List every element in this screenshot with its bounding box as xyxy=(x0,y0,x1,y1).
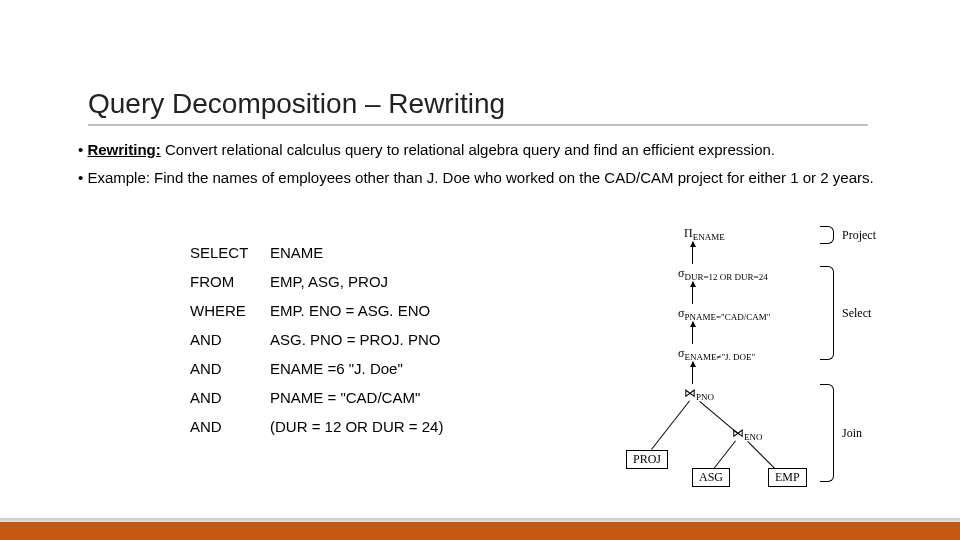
label-join: Join xyxy=(842,426,862,441)
label-select: Select xyxy=(842,306,871,321)
slide-title: Query Decomposition – Rewriting xyxy=(88,88,868,126)
brace-icon xyxy=(820,266,834,360)
sigma-node-3: σENAME≠"J. DOE" xyxy=(678,346,755,362)
sql-query-table: SELECTENAME FROMEMP, ASG, PROJ WHEREEMP.… xyxy=(190,238,457,441)
leaf-emp: EMP xyxy=(768,468,807,487)
sql-row: FROMEMP, ASG, PROJ xyxy=(190,267,457,296)
pi-sub: ENAME xyxy=(693,232,725,242)
sql-value: (DUR = 12 OR DUR = 24) xyxy=(270,412,457,441)
sql-keyword: SELECT xyxy=(190,238,270,267)
sql-keyword: AND xyxy=(190,325,270,354)
join-icon: ⋈ xyxy=(732,426,744,440)
arrow-icon xyxy=(692,282,693,304)
arrow-icon xyxy=(692,242,693,264)
leaf-asg: ASG xyxy=(692,468,730,487)
query-tree-diagram: ΠENAME σDUR=12 OR DUR=24 σPNAME="CAD/CAM… xyxy=(620,226,950,484)
sql-value: PNAME = "CAD/CAM" xyxy=(270,383,457,412)
footer-accent-bar xyxy=(0,522,960,540)
sql-keyword: AND xyxy=(190,412,270,441)
tree-edge xyxy=(651,400,690,449)
bullet-prefix: • xyxy=(78,141,87,158)
sql-row: AND (DUR = 12 OR DUR = 24) xyxy=(190,412,457,441)
sigma-node-2: σPNAME="CAD/CAM" xyxy=(678,306,770,322)
sigma-node-1: σDUR=12 OR DUR=24 xyxy=(678,266,768,282)
sigma-sub-2: PNAME="CAD/CAM" xyxy=(684,312,770,322)
bullet-rewriting: • Rewriting: Convert relational calculus… xyxy=(78,140,948,160)
arrow-icon xyxy=(692,362,693,384)
bullet-rewriting-label: Rewriting: xyxy=(87,141,160,158)
sql-value: ENAME =6 "J. Doe" xyxy=(270,354,457,383)
bullet-example: • Example: Find the names of employees o… xyxy=(78,168,948,188)
sql-row: WHEREEMP. ENO = ASG. ENO xyxy=(190,296,457,325)
sql-row: ANDENAME =6 "J. Doe" xyxy=(190,354,457,383)
sql-keyword: AND xyxy=(190,383,270,412)
brace-icon xyxy=(820,384,834,482)
bullet-rewriting-text: Convert relational calculus query to rel… xyxy=(161,141,775,158)
sql-keyword: FROM xyxy=(190,267,270,296)
sql-row: ANDASG. PNO = PROJ. PNO xyxy=(190,325,457,354)
sql-value: ASG. PNO = PROJ. PNO xyxy=(270,325,457,354)
join-icon: ⋈ xyxy=(684,386,696,400)
sql-keyword: WHERE xyxy=(190,296,270,325)
label-project: Project xyxy=(842,228,876,243)
arrow-icon xyxy=(692,322,693,344)
sql-value: EMP. ENO = ASG. ENO xyxy=(270,296,457,325)
slide-body: • Rewriting: Convert relational calculus… xyxy=(78,140,948,197)
sql-value: EMP, ASG, PROJ xyxy=(270,267,457,296)
sql-row: AND PNAME = "CAD/CAM" xyxy=(190,383,457,412)
sql-row: SELECTENAME xyxy=(190,238,457,267)
leaf-proj: PROJ xyxy=(626,450,668,469)
sql-keyword: AND xyxy=(190,354,270,383)
sigma-sub-1: DUR=12 OR DUR=24 xyxy=(684,272,767,282)
pi-node: ΠENAME xyxy=(684,226,725,242)
pi-icon: Π xyxy=(684,226,693,240)
sql-value: ENAME xyxy=(270,238,457,267)
brace-icon xyxy=(820,226,834,244)
